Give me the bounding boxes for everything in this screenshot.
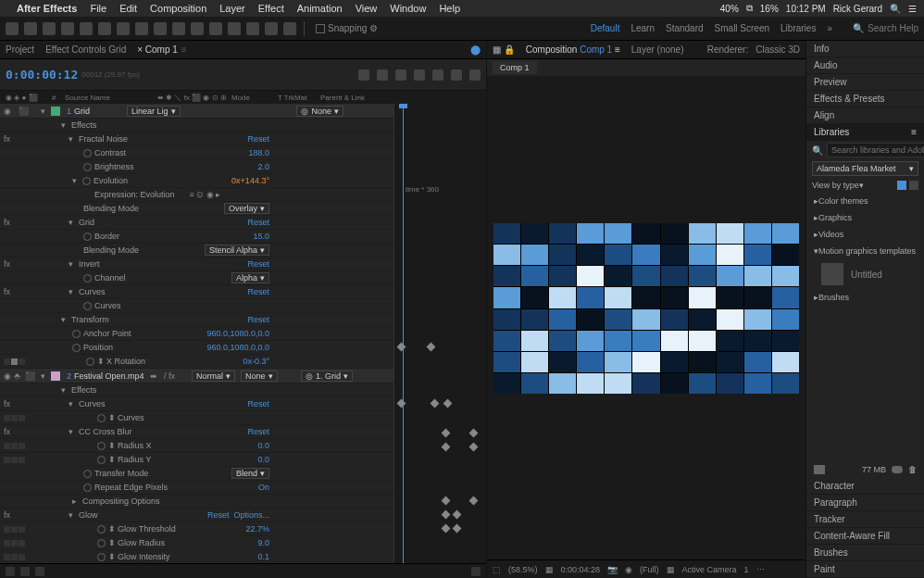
viewer-res-dropdown[interactable]: (Full) bbox=[640, 565, 659, 574]
spotlight-icon[interactable]: 🔍 bbox=[890, 4, 901, 14]
lib-cat-color[interactable]: ▸Color themes bbox=[806, 193, 924, 209]
workspace-small[interactable]: Small Screen bbox=[715, 23, 769, 33]
zoom-slider-icon[interactable] bbox=[471, 567, 481, 576]
col-switches[interactable]: ◉ ◈ ● ⬛ bbox=[4, 94, 50, 102]
dropdown-value[interactable]: Blend ▾ bbox=[231, 468, 269, 479]
workspace-libraries[interactable]: Libraries bbox=[780, 23, 816, 33]
comp-tab[interactable]: Comp 1 bbox=[493, 61, 537, 74]
timeline-graph-area[interactable] bbox=[393, 104, 486, 563]
col-trkmat[interactable]: T TrkMat bbox=[276, 94, 318, 102]
toggle-switches-icon[interactable] bbox=[6, 567, 15, 576]
view-by-label[interactable]: View by type bbox=[812, 181, 859, 190]
tab-project[interactable]: Project bbox=[6, 44, 34, 55]
menu-view[interactable]: View bbox=[356, 3, 378, 14]
prop-value[interactable]: 188.0 bbox=[248, 148, 269, 157]
menu-file[interactable]: File bbox=[90, 3, 106, 14]
panel-audio[interactable]: Audio bbox=[806, 57, 924, 74]
library-select-dropdown[interactable]: Alameda Flea Market▾ bbox=[812, 161, 918, 176]
viewer-more-icon[interactable]: ⋯ bbox=[756, 565, 765, 574]
lib-cat-graphics[interactable]: ▸Graphics bbox=[806, 209, 924, 226]
menu-help[interactable]: Help bbox=[439, 3, 460, 14]
tab-composition[interactable]: Composition Comp 1 ≡ bbox=[526, 44, 620, 55]
tab-close-icon[interactable]: ≡ bbox=[181, 44, 187, 55]
lib-cat-videos[interactable]: ▸Videos bbox=[806, 226, 924, 243]
viewer-res-icon[interactable]: ▦ bbox=[545, 565, 554, 574]
puppet-tool-icon[interactable] bbox=[283, 22, 296, 35]
keyframe-nav[interactable] bbox=[4, 554, 25, 560]
stopwatch-icon[interactable] bbox=[83, 274, 92, 283]
layer-trkmat-dropdown[interactable]: None ▾ bbox=[241, 371, 278, 382]
camera-tool-icon[interactable] bbox=[117, 22, 130, 35]
prop-value[interactable]: 0x+144.3° bbox=[231, 176, 269, 185]
expression-text[interactable]: time * 360 bbox=[406, 185, 439, 194]
workspace-standard[interactable]: Standard bbox=[666, 23, 704, 33]
pan-behind-tool-icon[interactable] bbox=[135, 22, 148, 35]
col-source[interactable]: Source Name bbox=[63, 94, 156, 102]
viewer-snapshot-icon[interactable]: 📷 bbox=[607, 565, 618, 574]
roto-tool-icon[interactable] bbox=[265, 22, 278, 35]
panel-paint[interactable]: Paint bbox=[806, 561, 924, 578]
viewer-time[interactable]: 0:00:04:28 bbox=[561, 565, 601, 574]
reset-link[interactable]: Reset bbox=[247, 427, 269, 436]
panel-libraries[interactable]: Libraries≡ bbox=[806, 124, 924, 141]
prop-value[interactable]: 960.0,1080.0,0.0 bbox=[206, 343, 269, 352]
dropdown-value[interactable]: Alpha ▾ bbox=[231, 272, 269, 283]
tl-frame-blend-icon[interactable] bbox=[414, 69, 425, 81]
dropdown-value[interactable]: Stencil Alpha ▾ bbox=[205, 245, 269, 256]
stopwatch-icon[interactable] bbox=[97, 414, 106, 422]
prop-value[interactable]: 0.1 bbox=[257, 552, 269, 561]
zoom-tool-icon[interactable] bbox=[61, 22, 74, 35]
renderer-value[interactable]: Classic 3D bbox=[755, 44, 800, 55]
menu-animation[interactable]: Animation bbox=[297, 3, 343, 14]
stopwatch-icon[interactable] bbox=[86, 358, 94, 366]
home-icon[interactable] bbox=[6, 22, 19, 35]
prop-value[interactable]: 960.0,1080.0,0.0 bbox=[206, 329, 269, 338]
layer-mode-dropdown[interactable]: Normal ▾ bbox=[192, 371, 235, 382]
reset-link[interactable]: Reset bbox=[247, 399, 269, 408]
stopwatch-icon[interactable] bbox=[83, 302, 92, 310]
prop-value[interactable]: 2.0 bbox=[257, 162, 269, 171]
prop-value[interactable]: 22.7% bbox=[245, 524, 269, 534]
panel-preview[interactable]: Preview bbox=[806, 74, 924, 91]
stopwatch-icon[interactable] bbox=[97, 442, 106, 450]
tab-effect-controls[interactable]: Effect Controls Grid bbox=[45, 44, 126, 55]
reset-link[interactable]: Reset bbox=[247, 218, 269, 227]
keyframe-nav[interactable] bbox=[4, 443, 25, 449]
stopwatch-icon[interactable] bbox=[97, 456, 106, 464]
col-switches2[interactable]: ⬌ ✱ ＼ fx ⬛ ◉ ⊙ ⊕ bbox=[156, 93, 230, 103]
current-timecode[interactable]: 0:00:00:12 bbox=[6, 68, 78, 82]
viewer-alpha-icon[interactable]: ⬚ bbox=[493, 565, 501, 574]
panel-tracker[interactable]: Tracker bbox=[806, 511, 924, 528]
clone-tool-icon[interactable] bbox=[228, 22, 241, 35]
keyframe-nav[interactable] bbox=[4, 358, 25, 365]
layer-color-icon[interactable] bbox=[51, 371, 60, 381]
layer-parent-dropdown[interactable]: ◎ 1. Grid ▾ bbox=[301, 371, 353, 382]
list-view-icon[interactable] bbox=[909, 181, 918, 190]
prop-value[interactable]: On bbox=[258, 483, 269, 492]
menu-layer[interactable]: Layer bbox=[219, 3, 245, 14]
stopwatch-icon[interactable] bbox=[83, 484, 92, 492]
stopwatch-icon[interactable] bbox=[72, 330, 81, 338]
stopwatch-icon[interactable] bbox=[97, 539, 106, 547]
lib-cat-mogrt[interactable]: ▾Motion graphics templates bbox=[806, 243, 924, 259]
tl-graph-icon[interactable] bbox=[451, 69, 462, 81]
prop-value[interactable]: 9.0 bbox=[257, 538, 269, 547]
keyframe-nav[interactable] bbox=[4, 457, 25, 463]
brush-tool-icon[interactable] bbox=[209, 22, 222, 35]
app-name[interactable]: After Effects bbox=[17, 3, 77, 14]
keyframe-nav[interactable] bbox=[4, 526, 25, 533]
tab-comp1[interactable]: × Comp 1≡ bbox=[137, 44, 186, 55]
stopwatch-icon[interactable] bbox=[82, 177, 91, 185]
toggle-in-out-icon[interactable] bbox=[35, 567, 44, 576]
col-mode[interactable]: Mode bbox=[230, 94, 276, 102]
search-icon[interactable]: 🔍 bbox=[853, 23, 864, 33]
workspace-learn[interactable]: Learn bbox=[631, 23, 655, 33]
layer-name[interactable]: Festival Open.mp4 bbox=[74, 371, 144, 381]
menu-effect[interactable]: Effect bbox=[258, 3, 284, 14]
pen-tool-icon[interactable] bbox=[172, 22, 185, 35]
keyframe-nav[interactable] bbox=[4, 415, 25, 421]
stopwatch-icon[interactable] bbox=[83, 149, 92, 157]
workspace-more-icon[interactable]: » bbox=[827, 23, 832, 33]
panel-effects-presets[interactable]: Effects & Presets bbox=[806, 91, 924, 107]
playhead[interactable] bbox=[403, 104, 404, 563]
